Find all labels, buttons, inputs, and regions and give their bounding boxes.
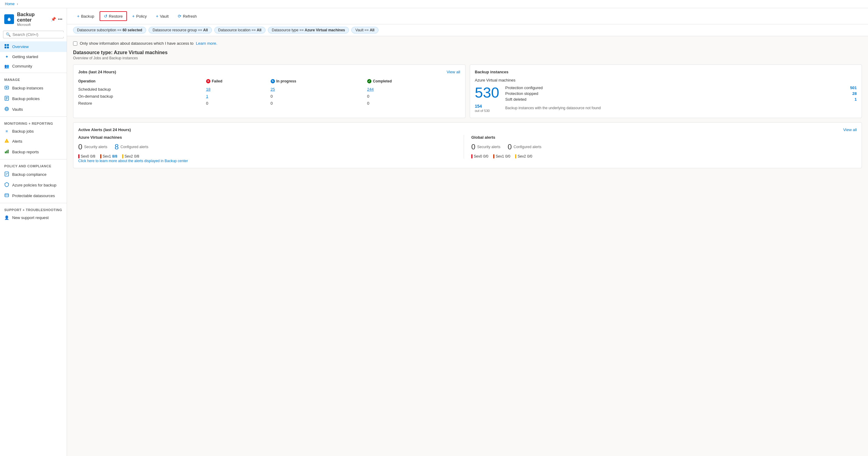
pin-icon[interactable]: 📌 <box>51 17 56 22</box>
job-inprogress[interactable]: 25 <box>271 86 367 93</box>
search-box[interactable]: 🔍 <box>3 31 64 38</box>
vault-button[interactable]: + Vault <box>152 11 173 21</box>
sidebar-item-alerts[interactable]: Alerts <box>0 136 67 146</box>
global-sev2-count[interactable]: 0/0 <box>527 154 532 159</box>
global-sev1-count[interactable]: 0/0 <box>505 154 510 159</box>
jobs-view-all[interactable]: View all <box>446 70 460 74</box>
job-completed[interactable]: 244 <box>367 86 460 93</box>
sidebar-item-backup-instances[interactable]: Backup instances <box>0 83 67 93</box>
sidebar-nav: Overview ✦ Getting started 👥 Community M… <box>0 41 67 456</box>
filter-subscription-text: Datasource subscription == 60 selected <box>77 28 142 32</box>
bi-underlying: 154 out of 530 <box>475 104 499 113</box>
global-security-count: 0 Security alerts <box>471 143 500 151</box>
filter-datasource-type-text: Datasource type == Azure Virtual machine… <box>272 28 345 32</box>
bi-stat-deleted: Soft deleted 1 <box>505 97 857 102</box>
sidebar-item-vaults[interactable]: Vaults <box>0 104 67 115</box>
breadcrumb: Home › <box>0 0 868 8</box>
svg-rect-5 <box>7 44 9 46</box>
azure-sev-bars: Sev0 0/8 Sev1 8/8 Sev2 0/8 <box>78 154 464 159</box>
backup-button[interactable]: + Backup <box>73 11 98 21</box>
sidebar-item-protectable-datasources[interactable]: Protectable datasources <box>0 190 67 201</box>
azure-sev0: Sev0 0/8 <box>78 154 95 159</box>
sev2-count[interactable]: 0/8 <box>134 154 139 159</box>
sidebar-item-overview[interactable]: Overview <box>0 41 67 52</box>
svg-point-10 <box>5 107 8 111</box>
bi-stopped-value[interactable]: 28 <box>852 91 857 96</box>
sidebar-item-new-support[interactable]: 👤 New support request <box>0 213 67 222</box>
alerts-card-title: Active Alerts (last 24 Hours) <box>78 127 131 132</box>
svg-rect-7 <box>7 46 9 48</box>
sidebar-header: Backup center Microsoft 📌 ••• <box>0 8 67 29</box>
alerts-global-counts: 0 Security alerts 0 Configured alerts <box>471 143 857 151</box>
filter-location[interactable]: Datasource location == All <box>214 27 266 33</box>
sidebar-item-backup-reports[interactable]: Backup reports <box>0 146 67 157</box>
filter-vault[interactable]: Vault == All <box>351 27 378 33</box>
bi-big-number[interactable]: 530 <box>475 86 499 100</box>
bi-stat-configured: Protection configured 501 <box>505 86 857 90</box>
breadcrumb-home[interactable]: Home <box>5 2 14 6</box>
global-sev0-count[interactable]: 0/0 <box>483 154 488 159</box>
alerts-icon <box>4 138 9 144</box>
sidebar-item-backup-jobs[interactable]: ≡ Backup jobs <box>0 127 67 136</box>
more-icon[interactable]: ••• <box>58 17 62 22</box>
restore-button[interactable]: ↺ Restore <box>99 11 127 21</box>
sidebar-item-label-protectable-datasources: Protectable datasources <box>12 193 55 198</box>
filter-resource-group[interactable]: Datasource resource group == All <box>149 27 212 33</box>
filter-subscription[interactable]: Datasource subscription == 60 selected <box>73 27 146 33</box>
protectable-datasources-icon <box>4 193 9 199</box>
vaults-icon <box>4 106 9 112</box>
restore-btn-icon: ↺ <box>104 14 107 19</box>
job-operation: On-demand backup <box>78 93 206 100</box>
alerts-azure-title: Azure Virtual machines <box>78 135 464 140</box>
sidebar: Backup center Microsoft 📌 ••• 🔍 Overview… <box>0 8 67 456</box>
sev1-count[interactable]: 8/8 <box>112 154 117 159</box>
alerts-learn-more[interactable]: Click here to learn more about the alert… <box>78 159 188 163</box>
sev1-dot <box>100 154 101 159</box>
alerts-view-all[interactable]: View all <box>843 127 857 132</box>
content-area: Only show information about datasources … <box>67 36 868 177</box>
refresh-btn-icon: ⟳ <box>178 14 182 19</box>
access-checkbox[interactable] <box>73 41 77 45</box>
sidebar-item-label-vaults: Vaults <box>12 107 23 111</box>
job-failed[interactable]: 1 <box>206 93 271 100</box>
sev1-label: Sev1 <box>102 154 111 159</box>
policy-button[interactable]: + Policy <box>128 11 151 21</box>
sidebar-item-getting-started[interactable]: ✦ Getting started <box>0 52 67 61</box>
sev0-count[interactable]: 0/8 <box>90 154 95 159</box>
vault-btn-icon: + <box>156 14 158 19</box>
search-input[interactable] <box>12 32 64 37</box>
sidebar-header-icons[interactable]: 📌 ••• <box>51 17 62 22</box>
bi-configured-value[interactable]: 501 <box>850 86 857 90</box>
sidebar-item-community[interactable]: 👥 Community <box>0 61 67 71</box>
sidebar-item-label-backup-policies: Backup policies <box>12 96 39 101</box>
global-sev2: Sev2 0/0 <box>515 154 532 159</box>
sev0-dot <box>78 154 80 159</box>
app-title-group: Backup center Microsoft <box>17 12 48 27</box>
sidebar-item-backup-policies[interactable]: Backup policies <box>0 93 67 104</box>
filter-vault-text: Vault == All <box>355 28 374 32</box>
failed-icon: ✕ <box>206 79 210 83</box>
svg-point-3 <box>8 18 10 19</box>
bi-deleted-value[interactable]: 1 <box>855 97 857 102</box>
table-row: Restore000 <box>78 100 460 107</box>
backup-reports-icon <box>4 149 9 155</box>
job-failed[interactable]: 18 <box>206 86 271 93</box>
jobs-card: Jobs (last 24 Hours) View all Operation … <box>73 64 466 118</box>
global-sev1-dot <box>493 154 494 159</box>
bi-left: 530 154 out of 530 <box>475 86 499 113</box>
divider-monitoring <box>0 117 67 117</box>
refresh-button[interactable]: ⟳ Refresh <box>174 11 201 21</box>
sidebar-item-label-backup-jobs: Backup jobs <box>12 129 34 134</box>
vault-btn-label: Vault <box>160 14 169 19</box>
learn-more-link[interactable]: Learn more. <box>196 41 217 45</box>
sidebar-item-backup-compliance[interactable]: Backup compliance <box>0 169 67 180</box>
backup-jobs-icon: ≡ <box>4 129 9 134</box>
jobs-card-header: Jobs (last 24 Hours) View all <box>78 70 460 74</box>
bi-underlying-num[interactable]: 154 <box>475 104 482 108</box>
filter-datasource-type[interactable]: Datasource type == Azure Virtual machine… <box>268 27 349 33</box>
global-sev2-dot <box>515 154 516 159</box>
filter-resource-group-text: Datasource resource group == All <box>153 28 208 32</box>
backup-policies-icon <box>4 96 9 102</box>
sidebar-item-azure-policies[interactable]: Azure policies for backup <box>0 180 67 190</box>
global-sev2-label: Sev2 <box>518 154 526 159</box>
